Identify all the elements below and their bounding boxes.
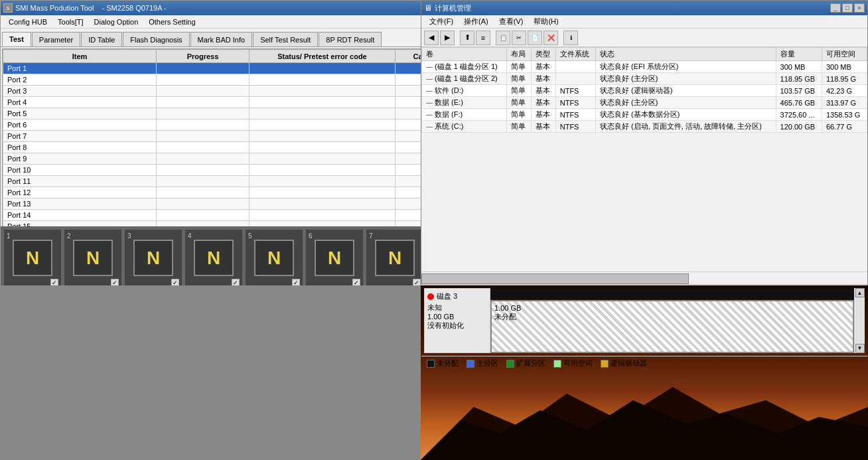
tab-8p-rdt-result[interactable]: 8P RDT Result [319,32,382,46]
cm-close-button[interactable]: × [854,3,865,13]
port-status [250,97,396,108]
cm-maximize-button[interactable]: □ [842,3,853,13]
table-row[interactable]: Port 5 [3,108,488,119]
list-item[interactable]: — 数据 (E:) 简单 基本 NTFS 状态良好 (主分区) 465.76 G… [422,97,867,109]
table-row[interactable]: Port 12 [3,187,488,198]
port-name: Port 5 [3,108,157,119]
tab-parameter[interactable]: Parameter [32,32,80,46]
cm-scroll-thumb[interactable] [421,273,689,284]
cm-menu-view[interactable]: 查看(V) [494,15,529,28]
port-status [250,210,396,221]
table-row[interactable]: Port 4 [3,97,488,108]
table-row[interactable]: Port 13 [3,198,488,210]
toolbar-btn6[interactable]: ✂ [512,31,526,45]
cm-minimize-button[interactable]: _ [830,3,841,13]
disk-type: 基本 [531,121,555,133]
port-table-container: Item Progress Status/ Pretest error code… [2,48,489,248]
port-card[interactable]: 4 N ✓ [184,229,243,289]
port-name: Port 7 [3,131,157,142]
disk-type: 基本 [531,109,555,121]
disk-fs [555,73,595,85]
disk3-entry: 磁盘 3 未知 1.00 GB 没有初始化 1.00 GB 未分配 ▲ ▼ [421,285,867,356]
disk-free: 1358.53 G [822,109,867,121]
cm-horizontal-scrollbar[interactable] [421,271,867,285]
legend-free: 可用空间 [553,358,593,368]
list-item[interactable]: — 软件 (D:) 简单 基本 NTFS 状态良好 (逻辑驱动器) 103.57… [422,85,867,97]
disk-status: 状态良好 (启动, 页面文件, 活动, 故障转储, 主分区) [595,121,776,133]
menu-dialog-option[interactable]: Dialog Option [89,17,144,27]
menu-others-setting[interactable]: Others Setting [143,17,200,27]
port-status [250,198,396,210]
port-progress [157,176,250,187]
cm-toolbar: ◀ ▶ ⬆ ≡ 📋 ✂ 📄 ❌ ℹ [421,29,867,47]
port-card[interactable]: 3 N ✓ [124,229,182,289]
table-row[interactable]: Port 1 [3,63,488,74]
table-row[interactable]: Port 10 [3,165,488,176]
table-row[interactable]: Port 9 [3,153,488,165]
table-row[interactable]: Port 11 [3,176,488,187]
toolbar-back-btn[interactable]: ◀ [424,31,439,45]
table-row[interactable]: Port 3 [3,86,488,97]
port-card-icon: N [254,240,294,276]
port-progress [157,198,250,210]
list-item[interactable]: — (磁盘 1 磁盘分区 1) 简单 基本 状态良好 (EFI 系统分区) 30… [422,61,867,73]
legend-primary-box [467,360,474,368]
cm-table-area: 卷 布局 类型 文件系统 状态 容量 可用空间 — (磁盘 1 磁盘分区 1) … [421,47,867,271]
toolbar-btn7[interactable]: 📄 [528,31,542,45]
cm-menu-file[interactable]: 文件(F) [424,15,459,28]
cm-menu-help[interactable]: 帮助(H) [528,15,563,28]
table-row[interactable]: Port 7 [3,131,488,142]
toolbar-btn8[interactable]: ❌ [543,31,558,45]
disk-type: 基本 [531,97,555,109]
tab-id-table[interactable]: ID Table [81,32,122,46]
list-item[interactable]: — (磁盘 1 磁盘分区 2) 简单 基本 状态良好 (主分区) 118.95 … [422,73,867,85]
vscroll-down-btn[interactable]: ▼ [855,344,865,353]
disk-col-layout: 布局 [506,48,531,61]
vscroll-up-btn[interactable]: ▲ [855,288,865,297]
toolbar-prop-btn[interactable]: ℹ [563,31,578,45]
disk-free: 66.77 G [822,121,867,133]
port-card[interactable]: 7 N ✓ [366,229,424,289]
table-row[interactable]: Port 14 [3,210,488,221]
smi-title-text: SMI Mass Podution Tool [15,4,94,12]
tab-test[interactable]: Test [2,32,31,46]
list-item[interactable]: — 系统 (C:) 简单 基本 NTFS 状态良好 (启动, 页面文件, 活动,… [422,121,867,133]
disk-col-vol: 卷 [422,48,507,61]
disk3-name: 磁盘 3 [437,291,457,301]
toolbar-forward-btn[interactable]: ▶ [440,31,455,45]
table-row[interactable]: Port 6 [3,119,488,131]
cm-menu-action[interactable]: 操作(A) [459,15,494,28]
disk-layout: 简单 [506,121,531,133]
cm-body: 卷 布局 类型 文件系统 状态 容量 可用空间 — (磁盘 1 磁盘分区 1) … [421,47,867,271]
table-row[interactable]: Port 2 [3,74,488,86]
port-card[interactable]: 2 N ✓ [64,229,122,289]
toolbar-up-btn[interactable]: ⬆ [460,31,474,45]
cm-vertical-scrollbar[interactable]: ▲ ▼ [854,288,865,353]
tab-mark-bad-info[interactable]: Mark BAD Info [190,32,253,46]
port-card[interactable]: 5 N ✓ [245,229,303,289]
port-progress [157,63,250,74]
toolbar-show-hide-btn[interactable]: ≡ [476,31,490,45]
toolbar-btn5[interactable]: 📋 [496,31,510,45]
list-item[interactable]: — 数据 (F:) 简单 基本 NTFS 状态良好 (基本数据分区) 3725.… [422,109,867,121]
port-card-icon: N [73,240,113,276]
menu-config-hub[interactable]: Config HUB [3,17,52,27]
vscroll-track [855,297,865,344]
disk-status: 状态良好 (基本数据分区) [595,109,776,121]
table-row[interactable]: Port 8 [3,142,488,153]
svg-marker-1 [421,400,868,460]
disk-free: 118.95 G [822,73,867,85]
disk-layout: 简单 [506,85,531,97]
disk-type: 基本 [531,73,555,85]
port-card[interactable]: 1 N ✓ [3,229,62,289]
disk-layout: 简单 [506,109,531,121]
tab-flash-diagnosis[interactable]: Flash Diagnosis [123,32,189,46]
port-card[interactable]: 6 N ✓ [305,229,364,289]
legend-logical-box [601,360,609,368]
tab-self-test-result[interactable]: Self Test Result [253,32,318,46]
menu-tools[interactable]: Tools[T] [52,17,89,27]
port-name: Port 12 [3,187,157,198]
legend-primary: 主分区 [467,358,498,368]
legend-free-label: 可用空间 [563,358,593,368]
port-name: Port 13 [3,198,157,210]
